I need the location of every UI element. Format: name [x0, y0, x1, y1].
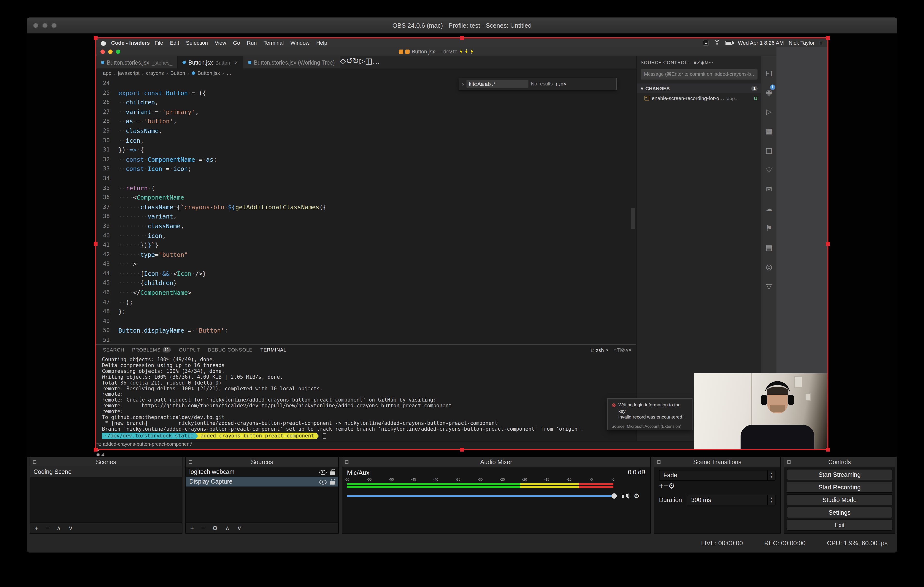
menu-selection[interactable]: Selection [186, 40, 208, 45]
scenes-toolbar-icon[interactable]: ∨ [68, 523, 73, 533]
accounts-icon[interactable]: ◉1 [761, 83, 777, 102]
terminal[interactable]: Counting objects: 100% (49/49), done.Del… [96, 354, 636, 441]
editor-action-icon[interactable]: ↻ [353, 57, 359, 65]
select-stepper-icon[interactable]: ▲▼ [767, 470, 775, 480]
breadcrumb-item[interactable]: javascript [118, 70, 140, 76]
editor-action-icon[interactable]: ↺ [346, 57, 353, 65]
status-error-icon[interactable]: ⊗4 [96, 452, 777, 457]
menu-go[interactable]: Go [233, 40, 240, 45]
scm-file-row[interactable]: enable-screen-recording-for-obs.pngapp..… [637, 93, 761, 103]
find-action-icon[interactable]: ≡ [561, 81, 564, 87]
find-action-icon[interactable]: × [564, 81, 567, 87]
start-recording-button[interactable]: Start Recording [787, 482, 893, 493]
scene-item[interactable]: Coding Scene [30, 467, 182, 477]
transition-toolbar-icon[interactable]: ⚙ [668, 482, 675, 490]
lock-icon[interactable] [330, 469, 335, 475]
editor-tab[interactable]: Button.jsxButton× [178, 56, 243, 68]
scenes-toolbar-icon[interactable]: ∧ [56, 523, 61, 533]
panel-tab-problems[interactable]: PROBLEMS11 [132, 344, 171, 355]
preview-icon[interactable]: ◫ [761, 141, 777, 160]
transition-toolbar-icon[interactable]: − [663, 482, 668, 490]
studio-mode-button[interactable]: Studio Mode [787, 494, 893, 506]
scene-preview[interactable]: Code - Insiders FileEditSelectionViewGoR… [27, 33, 897, 457]
sources-toolbar-icon[interactable]: ⚙ [212, 523, 218, 533]
controls-dock-header[interactable]: Controls [784, 457, 895, 467]
menu-edit[interactable]: Edit [170, 40, 179, 45]
find-expand-icon[interactable]: › [462, 80, 464, 87]
settings-button[interactable]: Settings [787, 507, 893, 518]
editor-tab[interactable]: Button.stories.jsx (Working Tree) [243, 56, 340, 68]
transition-select[interactable]: Fade ▲▼ [659, 470, 776, 481]
find-action-icon[interactable]: ↑ [555, 81, 558, 87]
mixer-settings-gear-icon[interactable]: ⚙ [634, 492, 639, 499]
record-icon[interactable]: ◎ [761, 257, 777, 277]
panel-tab-debug-console[interactable]: DEBUG CONSOLE [208, 344, 252, 355]
battery-icon[interactable] [725, 41, 733, 45]
mixer-dock-header[interactable]: Audio Mixer [342, 457, 650, 467]
spinbox-stepper-icon[interactable]: ▲▼ [767, 495, 775, 505]
notes-icon[interactable]: ▤ [761, 238, 777, 257]
terminal-shell-select[interactable]: 1: zsh∨ [591, 347, 609, 353]
breadcrumb-item[interactable]: … [226, 70, 231, 76]
menu-file[interactable]: File [155, 40, 163, 45]
apple-menu-icon[interactable] [101, 39, 106, 46]
transition-toolbar-icon[interactable]: + [659, 482, 663, 490]
commit-message-input[interactable]: Message (⌘Enter to commit on 'added-cray… [640, 69, 757, 79]
breadcrumb-item[interactable]: Button.jsx [198, 70, 220, 76]
run-debug-icon[interactable]: ▷ [761, 102, 777, 121]
code-editor[interactable]: 2425export·const·Button·=·({26··children… [96, 77, 636, 344]
scm-header-icon[interactable]: ◈ [701, 60, 705, 65]
docs-icon[interactable]: ▽ [761, 277, 777, 296]
scenes-dock-header[interactable]: Scenes [30, 457, 182, 467]
start-streaming-button[interactable]: Start Streaming [787, 469, 893, 480]
explorer-icon[interactable]: ◰ [761, 63, 777, 83]
breadcrumb-item[interactable]: Button [170, 70, 185, 76]
menu-run[interactable]: Run [247, 40, 257, 45]
volume-slider[interactable] [347, 495, 617, 497]
find-toggle-icon[interactable]: .* [491, 81, 496, 87]
scenes-toolbar-icon[interactable]: + [35, 523, 38, 533]
obs-titlebar[interactable]: OBS 24.0.6 (mac) - Profile: test - Scene… [27, 18, 897, 33]
breadcrumb-item[interactable]: app [103, 70, 111, 76]
transitions-dock-header[interactable]: Scene Transitions [654, 457, 780, 467]
sources-toolbar-icon[interactable]: ∧ [225, 523, 230, 533]
visibility-eye-icon[interactable] [319, 478, 326, 485]
panel-action-icon[interactable]: × [629, 347, 631, 352]
volume-slider-thumb[interactable] [612, 493, 617, 499]
menu-terminal[interactable]: Terminal [264, 40, 284, 45]
editor-tab[interactable]: Button.stories.jsx_stories_ [96, 56, 178, 68]
sources-toolbar-icon[interactable]: ∨ [237, 523, 242, 533]
scm-changes-section[interactable]: ∨ CHANGES 1 [637, 84, 761, 93]
scm-header-icon[interactable]: ↻ [705, 60, 708, 65]
panel-action-icon[interactable]: ⊘ [621, 347, 625, 352]
mute-speaker-icon[interactable] [622, 493, 629, 499]
exit-button[interactable]: Exit [787, 519, 893, 531]
bookmarks-icon[interactable]: ⚑ [761, 218, 777, 238]
app-menu-title[interactable]: Code - Insiders [111, 40, 150, 45]
menubar-user[interactable]: Nick Taylor [789, 40, 815, 45]
editor-action-icon[interactable]: … [372, 57, 380, 65]
menubar-clock[interactable]: Wed Apr 1 8:26 AM [738, 40, 784, 45]
mail-icon[interactable]: ✉ [761, 180, 777, 199]
notification-toast[interactable]: ⊗ Writing login information to the key i… [607, 398, 693, 430]
close-tab-icon[interactable]: × [234, 59, 238, 66]
source-item[interactable]: logitech webcam [186, 467, 338, 477]
status-git-branch-icon[interactable]: ⌥added-crayons-button-preact-component* [96, 441, 777, 447]
status-sync-icon[interactable]: ↻ [96, 447, 777, 452]
panel-tab-terminal[interactable]: TERMINAL [261, 344, 287, 355]
panel-action-icon[interactable]: ∧ [625, 347, 629, 352]
menu-view[interactable]: View [215, 40, 226, 45]
source-item[interactable]: Display Capture [186, 477, 338, 486]
find-input[interactable]: kitc Aaab.* [466, 79, 528, 88]
find-toggle-icon[interactable]: ab [484, 81, 492, 87]
sponsor-icon[interactable]: ♡ [761, 160, 777, 180]
sources-dock-header[interactable]: Sources [186, 457, 338, 467]
visibility-eye-icon[interactable] [319, 468, 326, 475]
editor-action-icon[interactable]: ◇ [340, 57, 346, 65]
menu-window[interactable]: Window [290, 40, 309, 45]
find-action-icon[interactable]: ↓ [558, 81, 561, 87]
vscode-titlebar[interactable]: Button.jsx — dev.to [96, 46, 777, 56]
menu-extra-icon[interactable] [703, 40, 709, 45]
sources-toolbar-icon[interactable]: + [190, 523, 194, 533]
sources-toolbar-icon[interactable]: − [201, 523, 205, 533]
